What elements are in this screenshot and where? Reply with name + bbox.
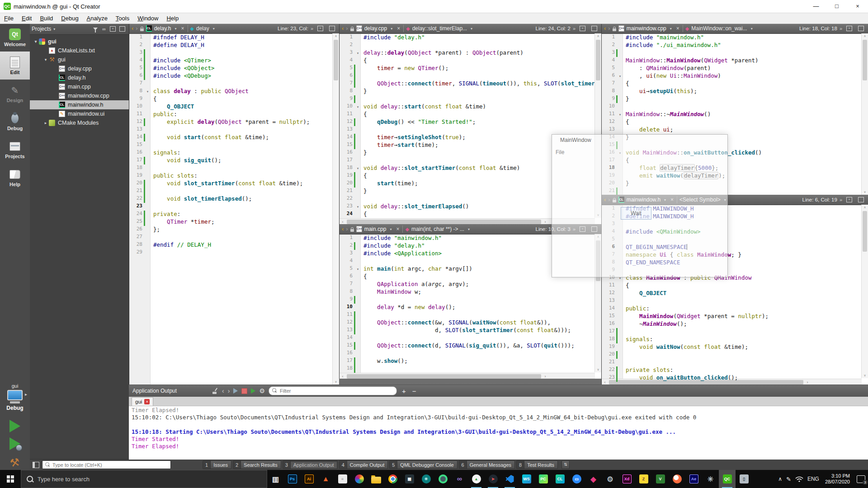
tree-item-gui[interactable]: ▾⚒gui: [30, 55, 129, 64]
vertical-scrollbar[interactable]: ∧∨: [594, 33, 601, 218]
editor-pane-delay-cpp[interactable]: ‹›C++delay.cpp▾×◆delay::slot_timerElap..…: [339, 23, 601, 224]
vim-icon[interactable]: V: [652, 470, 669, 488]
symbol-selector[interactable]: delay: [196, 25, 209, 32]
code-area[interactable]: 1#ifndef DELAY_H2#define DELAY_H34#inclu…: [129, 34, 339, 385]
tree-item-gui[interactable]: ▾gui: [30, 37, 129, 46]
debug-rerun-icon[interactable]: [251, 388, 255, 394]
pane-button-qml-debugger-console[interactable]: 5QML Debugger Console: [389, 460, 457, 469]
chevron-down-icon[interactable]: ▾: [390, 227, 392, 231]
chevron-down-icon[interactable]: ▾: [391, 27, 392, 31]
explorer-icon[interactable]: [368, 470, 384, 488]
editor-pane-main-cpp[interactable]: ‹›C++main.cpp▾×◆main(int, char **) -> ..…: [339, 224, 601, 379]
chevron-down-icon[interactable]: ▾: [53, 27, 55, 31]
pane-button-application-output[interactable]: 3Application Output: [283, 460, 338, 469]
forward-icon[interactable]: ›: [346, 24, 348, 33]
scroll-up-icon[interactable]: ∧: [595, 33, 601, 39]
split-icon[interactable]: +: [846, 197, 852, 202]
action-center-icon[interactable]: 3: [857, 475, 865, 483]
symbol-selector[interactable]: MainWindow::on_wai...: [691, 25, 747, 32]
chevron-down-icon[interactable]: ▾: [751, 27, 753, 31]
vertical-scrollbar[interactable]: ∧∨: [861, 205, 868, 378]
symbol-selector[interactable]: main(int, char **) -> ...: [411, 226, 464, 232]
vscode-icon[interactable]: [501, 470, 518, 488]
close-split-icon[interactable]: [329, 26, 335, 31]
vertical-scrollbar[interactable]: ∧∨: [861, 33, 868, 195]
unity-icon[interactable]: ◆: [585, 470, 602, 488]
chevron-down-icon[interactable]: ▾: [468, 227, 470, 231]
task-view-icon[interactable]: ▥: [267, 470, 284, 488]
sidebar-item-welcome[interactable]: QtWelcome: [0, 23, 30, 52]
start-button[interactable]: [0, 470, 21, 488]
clion-icon[interactable]: CL: [552, 470, 568, 488]
scrollbar-thumb[interactable]: [347, 220, 541, 224]
orange-app-icon[interactable]: [669, 470, 685, 488]
scroll-right-icon[interactable]: ›: [542, 374, 548, 379]
kit-selector-monitor-icon[interactable]: [7, 390, 23, 400]
adobe-xd-icon[interactable]: Xd: [618, 470, 635, 488]
split-add-icon[interactable]: +: [110, 26, 116, 32]
scrollbar-thumb[interactable]: [596, 40, 600, 80]
output-filter-input[interactable]: [269, 386, 397, 395]
close-document-icon[interactable]: ×: [396, 25, 401, 32]
drive-icon[interactable]: ▲: [468, 470, 485, 488]
menu-tools[interactable]: Tools: [112, 15, 133, 22]
run-icon[interactable]: [233, 388, 238, 394]
overflow-icon[interactable]: »: [311, 26, 313, 31]
back-icon[interactable]: ‹: [604, 195, 606, 204]
close-split-icon[interactable]: [591, 26, 597, 31]
open-document-selector[interactable]: mainwindow.cpp: [627, 25, 666, 32]
tree-item-cmake-modules[interactable]: ▸CMake Modules: [30, 118, 129, 127]
editor-pane-mainwindow-cpp[interactable]: ‹›C++mainwindow.cpp▾×◆MainWindow::on_wai…: [601, 23, 868, 195]
illustrator-icon[interactable]: Ai: [301, 470, 317, 488]
close-document-icon[interactable]: ×: [395, 226, 400, 232]
projects-pane-selector[interactable]: Projects: [32, 26, 51, 32]
scrollbar-thumb[interactable]: [347, 374, 541, 379]
close-split-icon[interactable]: [858, 197, 864, 202]
sidebar-item-projects[interactable]: Projects: [0, 136, 30, 164]
chevron-down-icon[interactable]: ▾: [664, 198, 666, 202]
scrollbar-thumb[interactable]: [596, 240, 600, 281]
split-icon[interactable]: +: [846, 26, 852, 31]
code-area[interactable]: 1#include "delay.h"23▾delay::delay(QObje…: [340, 34, 601, 218]
zoom-in-icon[interactable]: +: [401, 387, 407, 395]
scroll-up-icon[interactable]: ∧: [595, 234, 601, 239]
locator-input[interactable]: [42, 460, 171, 469]
menu-window[interactable]: Window: [133, 15, 162, 22]
tree-item-delay-cpp[interactable]: C++delay.cpp: [30, 64, 129, 73]
tree-item-mainwindow-cpp[interactable]: C++mainwindow.cpp: [30, 91, 129, 100]
clear-output-icon[interactable]: [212, 388, 218, 394]
open-document-selector[interactable]: delay.h: [154, 25, 171, 32]
clock[interactable]: 3:10 PM 28/07/2020: [825, 473, 850, 485]
link-sync-icon[interactable]: ∞: [102, 26, 106, 32]
close-document-icon[interactable]: ×: [670, 197, 675, 203]
tree-item-mainwindow-h[interactable]: CLmainwindow.h: [30, 100, 129, 109]
open-document-selector[interactable]: main.cpp: [364, 226, 387, 232]
pane-updown-icon[interactable]: ⇅: [561, 460, 570, 469]
build-button[interactable]: ⚒: [9, 455, 21, 469]
prev-item-icon[interactable]: ‹: [222, 386, 224, 395]
code-area[interactable]: 1#include "mainwindow.h"2#include "delay…: [340, 235, 601, 373]
open-document-selector[interactable]: mainwindow.h: [627, 197, 660, 203]
code-area[interactable]: 1#include "mainwindow.h"2#include "./ui_…: [602, 34, 868, 195]
back-icon[interactable]: ‹: [604, 24, 606, 33]
forward-icon[interactable]: ›: [346, 225, 348, 234]
open-document-selector[interactable]: delay.cpp: [364, 25, 387, 32]
pane-button-general-messages[interactable]: 6General Messages: [459, 460, 515, 469]
editor-pane-delay-h[interactable]: ‹›CLdelay.h▾×◆delay▾Line: 23, Col:»+1#if…: [129, 23, 339, 385]
chevron-down-icon[interactable]: ▾: [670, 27, 672, 31]
sidebar-item-debug[interactable]: Debug: [0, 108, 30, 136]
output-text-area[interactable]: Timer Elapsed!15:10:02: C:\Users\Thiago …: [129, 406, 868, 450]
tray-pen-icon[interactable]: ✎: [786, 476, 791, 483]
menu-help[interactable]: Help: [162, 15, 183, 22]
horizontal-scrollbar[interactable]: ‹›: [340, 218, 595, 224]
zoom-out-icon[interactable]: −: [411, 387, 418, 395]
scroll-down-icon[interactable]: ∨: [862, 189, 868, 195]
next-item-icon[interactable]: ›: [228, 386, 230, 395]
webstorm-icon[interactable]: WS: [518, 470, 535, 488]
after-effects-icon[interactable]: Ae: [685, 470, 702, 488]
chevron-down-icon[interactable]: ▾: [175, 27, 177, 31]
close-document-icon[interactable]: ×: [180, 25, 185, 32]
scroll-down-icon[interactable]: ∨: [595, 367, 601, 372]
zoom-icon[interactable]: ▭: [568, 470, 585, 488]
scroll-up-icon[interactable]: ∧: [862, 205, 868, 210]
